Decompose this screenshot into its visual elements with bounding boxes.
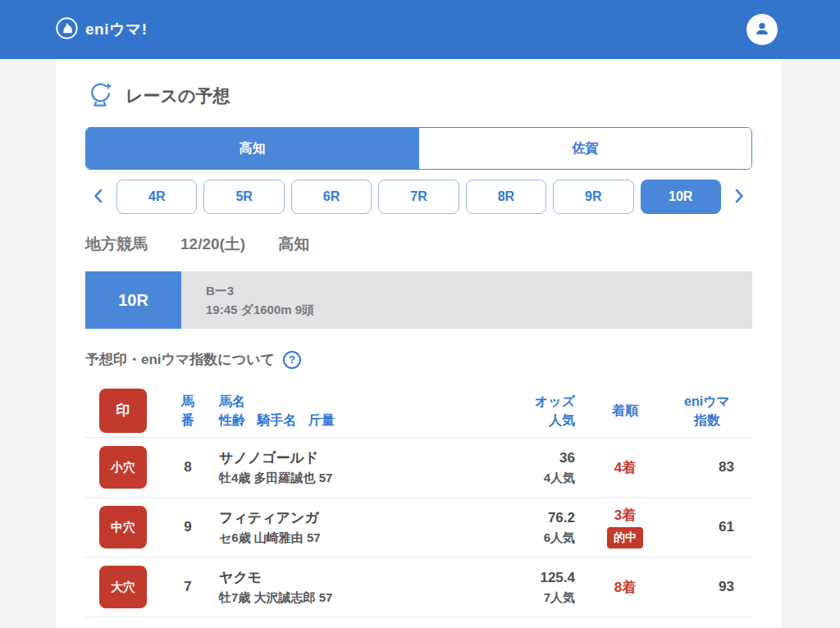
table-row: 小穴 8 サノノゴールド 牡4歳 多田羅誠也 57 36 4人気 4着 83 — [85, 438, 752, 498]
header-horse-name: 馬名 性齢 騎手名 斤量 — [212, 392, 490, 430]
horse-name: サノノゴールド — [219, 448, 490, 468]
rank-value: 3着 — [588, 506, 662, 525]
horse-logo-icon — [56, 17, 78, 42]
odds-value: 76.2 — [490, 508, 575, 528]
header-horse-number: 馬 番 — [163, 392, 212, 430]
odds-cell: 125.4 7人気 — [490, 568, 588, 607]
race-tab-6r[interactable]: 6R — [291, 180, 372, 214]
race-tab-5r[interactable]: 5R — [203, 180, 284, 214]
horse-name-cell: フィティアンガ セ6歳 山崎雅由 57 — [212, 508, 490, 547]
race-number-box: 10R — [85, 271, 181, 329]
race-tab-9r[interactable]: 9R — [553, 180, 633, 214]
race-tab-8r[interactable]: 8R — [466, 180, 546, 214]
race-info-bar: 10R Bー3 19:45 ダ1600m 9頭 — [85, 271, 752, 329]
popularity-value: 4人気 — [490, 468, 575, 487]
page-title: レースの予想 — [126, 84, 230, 107]
race-tab-10r[interactable]: 10R — [641, 180, 721, 214]
horse-number: 9 — [163, 519, 212, 535]
odds-value: 125.4 — [490, 568, 575, 588]
horse-name-cell: サノノゴールド 牡4歳 多田羅誠也 57 — [212, 448, 490, 487]
hit-badge: 的中 — [607, 527, 643, 548]
header-mark: 印 — [85, 389, 163, 433]
race-venue: 高知 — [278, 234, 309, 255]
app-header: eniウマ! — [0, 0, 840, 59]
mark-badge: 大穴 — [99, 566, 147, 608]
rank-cell: 4着 — [588, 458, 662, 477]
table-row: 大穴 7 ヤクモ 牡7歳 大沢誠志郎 57 125.4 7人気 8着 93 — [85, 557, 752, 617]
race-tab-4r[interactable]: 4R — [116, 180, 197, 214]
horse-name: ヤクモ — [219, 568, 490, 588]
prediction-table: 印 馬 番 馬名 性齢 騎手名 斤量 オッズ 人気 着順 eniウマ 指数 小穴 — [85, 384, 752, 617]
race-nav: 4R 5R 6R 7R 8R 9R 10R — [85, 180, 752, 214]
chevron-right-icon — [735, 189, 744, 206]
prev-race-button[interactable] — [85, 180, 110, 214]
venue-tab-kochi[interactable]: 高知 — [86, 128, 419, 169]
mark-header-badge: 印 — [99, 389, 147, 433]
horse-detail: 牡4歳 多田羅誠也 57 — [219, 468, 490, 487]
help-icon[interactable]: ? — [283, 351, 301, 369]
rank-value: 8着 — [588, 578, 662, 597]
horse-number: 7 — [163, 579, 212, 595]
race-date: 12/20(土) — [180, 234, 245, 255]
header-rank: 着順 — [588, 401, 662, 420]
mark-badge: 中穴 — [99, 506, 147, 548]
person-icon — [752, 19, 772, 41]
popularity-value: 6人気 — [490, 528, 575, 547]
race-meta-row: 地方競馬 12/20(土) 高知 — [85, 234, 752, 255]
mark-badge: 小穴 — [99, 446, 147, 489]
index-value: 93 — [662, 579, 752, 595]
race-tab-7r[interactable]: 7R — [378, 180, 459, 214]
race-class: Bー3 — [206, 281, 752, 300]
venue-tab-bar: 高知 佐賀 — [85, 127, 752, 170]
chevron-left-icon — [94, 189, 103, 206]
popularity-value: 7人気 — [490, 588, 575, 607]
horse-number: 8 — [163, 459, 212, 476]
content-card: レースの予想 高知 佐賀 4R 5R 6R 7R 8R 9R 10R 地方競馬 … — [56, 59, 782, 628]
horse-name: フィティアンガ — [219, 508, 490, 528]
horse-detail: セ6歳 山崎雅由 57 — [219, 528, 490, 547]
rank-cell: 3着 的中 — [588, 506, 662, 548]
header-index: eniウマ 指数 — [662, 392, 752, 430]
page-title-row: レースの予想 — [85, 80, 752, 112]
horse-name-cell: ヤクモ 牡7歳 大沢誠志郎 57 — [212, 568, 490, 607]
horse-detail: 牡7歳 大沢誠志郎 57 — [219, 588, 490, 607]
odds-cell: 36 4人気 — [490, 448, 588, 487]
header-odds: オッズ 人気 — [490, 392, 588, 430]
crystal-ball-icon — [85, 80, 115, 112]
rank-value: 4着 — [588, 458, 662, 477]
index-value: 83 — [662, 459, 752, 476]
rank-cell: 8着 — [588, 578, 662, 597]
race-info-detail: Bー3 19:45 ダ1600m 9頭 — [181, 271, 752, 329]
table-header-row: 印 馬 番 馬名 性齢 騎手名 斤量 オッズ 人気 着順 eniウマ 指数 — [85, 384, 752, 438]
index-value: 61 — [662, 519, 752, 535]
logo-text: eniウマ! — [85, 19, 148, 40]
user-account-button[interactable] — [746, 14, 778, 45]
race-category: 地方競馬 — [85, 234, 148, 255]
race-conditions: 19:45 ダ1600m 9頭 — [206, 300, 752, 319]
about-label: 予想印・eniウマ指数について — [85, 350, 275, 369]
logo[interactable]: eniウマ! — [56, 17, 148, 42]
next-race-button[interactable] — [728, 180, 752, 214]
odds-cell: 76.2 6人気 — [490, 508, 588, 547]
odds-value: 36 — [490, 448, 575, 468]
about-row: 予想印・eniウマ指数について ? — [85, 350, 752, 369]
table-row: 中穴 9 フィティアンガ セ6歳 山崎雅由 57 76.2 6人気 3着 的中 … — [85, 498, 752, 557]
venue-tab-saga[interactable]: 佐賀 — [419, 128, 752, 169]
